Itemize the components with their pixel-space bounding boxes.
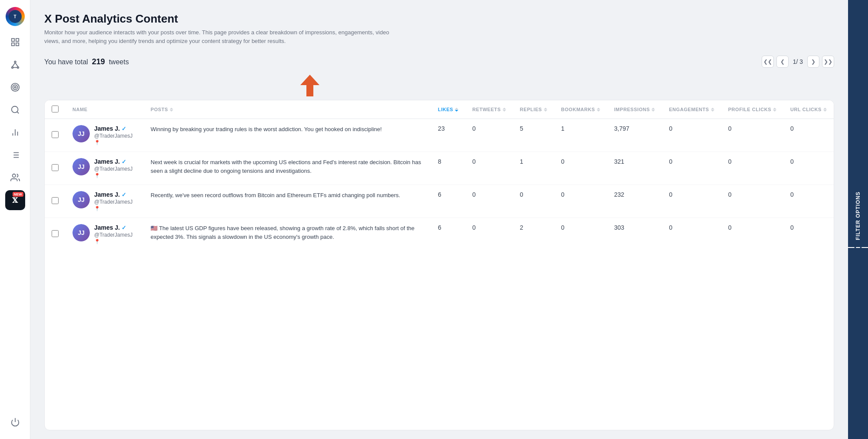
user-name-2: James J. ✓: [94, 191, 132, 198]
likes-cell-2: 6: [431, 185, 465, 218]
row-checkbox-cell[interactable]: [45, 185, 66, 218]
svg-rect-2: [11, 43, 14, 46]
profile-clicks-cell-1: 0: [721, 152, 783, 185]
sidebar-item-network[interactable]: [5, 55, 25, 75]
th-replies[interactable]: REPLIES: [513, 100, 554, 119]
svg-rect-3: [16, 43, 18, 46]
url-clicks-cell-0: 0: [783, 119, 834, 152]
row-checkbox-cell[interactable]: [45, 152, 66, 185]
pagination-last-button[interactable]: ❯❯: [822, 56, 834, 68]
url-clicks-cell-3: 0: [783, 218, 834, 251]
table-body: JJ James J. ✓ @TraderJamesJ 📍 Winning by…: [45, 119, 834, 251]
list-icon: [10, 150, 20, 160]
row-checkbox-cell[interactable]: [45, 218, 66, 251]
th-checkbox[interactable]: [45, 100, 66, 119]
th-name[interactable]: NAME: [66, 100, 144, 119]
sidebar-item-power[interactable]: [5, 412, 25, 432]
sidebar-item-target[interactable]: [5, 77, 25, 97]
sidebar-item-search[interactable]: [5, 100, 25, 120]
total-suffix: tweets: [109, 58, 129, 66]
total-row: You have total 219 tweets ❮❮ ❮ 1/ 3 ❯ ❯❯: [44, 56, 834, 68]
location-icon-1: 📍: [94, 173, 132, 178]
sidebar-item-x-post[interactable]: NEW 𝕏: [5, 190, 25, 210]
engagements-cell-3: 0: [662, 218, 721, 251]
x-icon: 𝕏: [12, 196, 17, 205]
svg-line-8: [15, 63, 18, 66]
th-impressions[interactable]: IMPRESSIONS: [607, 100, 662, 119]
retweets-cell-1: 0: [465, 152, 513, 185]
th-url-clicks[interactable]: URL CLICKS: [783, 100, 834, 119]
table-row: JJ James J. ✓ @TraderJamesJ 📍 🇺🇸 The lat…: [45, 218, 834, 251]
page-subtitle: Monitor how your audience interacts with…: [44, 28, 400, 45]
impressions-cell-2: 232: [607, 185, 662, 218]
post-text-2: Recently, we've seen record outflows fro…: [151, 192, 400, 198]
analytics-table: NAME POSTS LIKES: [45, 100, 834, 251]
th-likes[interactable]: LIKES: [431, 100, 465, 119]
impressions-sort-icon: [651, 108, 655, 112]
url-clicks-cell-2: 0: [783, 185, 834, 218]
pagination-first-button[interactable]: ❮❮: [762, 56, 774, 68]
row-checkbox-2[interactable]: [52, 197, 59, 204]
filter-icon: [848, 247, 868, 248]
th-profile-clicks[interactable]: PROFILE CLICKS: [721, 100, 783, 119]
user-avatar-0: JJ: [72, 125, 90, 142]
new-badge: NEW: [13, 192, 23, 197]
users-icon: [10, 173, 20, 182]
location-icon-0: 📍: [94, 140, 132, 145]
sidebar-bottom: [0, 412, 30, 432]
likes-sort-icon: [455, 108, 458, 112]
table-header: NAME POSTS LIKES: [45, 100, 834, 119]
row-checkbox-0[interactable]: [52, 131, 59, 138]
profile-clicks-cell-0: 0: [721, 119, 783, 152]
user-name-0: James J. ✓: [94, 125, 132, 132]
profile-clicks-sort-icon: [773, 108, 776, 112]
logo-text: T: [13, 14, 16, 19]
replies-cell-3: 2: [513, 218, 554, 251]
th-retweets[interactable]: RETWEETS: [465, 100, 513, 119]
row-checkbox-1[interactable]: [52, 164, 59, 171]
app-logo: T: [6, 7, 25, 26]
user-cell-2: JJ James J. ✓ @TraderJamesJ 📍: [66, 185, 144, 218]
sidebar-item-analytics[interactable]: [5, 122, 25, 142]
post-cell-2: Recently, we've seen record outflows fro…: [144, 185, 431, 218]
th-posts[interactable]: POSTS: [144, 100, 431, 119]
power-icon: [10, 417, 20, 427]
user-avatar-2: JJ: [72, 191, 90, 208]
sidebar-item-dashboard[interactable]: [5, 32, 25, 52]
row-checkbox-3[interactable]: [52, 230, 59, 237]
filter-label: FILTER OPTIONS: [848, 191, 868, 248]
th-bookmarks[interactable]: BOOKMARKS: [554, 100, 607, 119]
row-checkbox-cell[interactable]: [45, 119, 66, 152]
post-cell-1: Next week is crucial for markets with th…: [144, 152, 431, 185]
replies-sort-icon: [544, 108, 547, 112]
data-table-container: NAME POSTS LIKES: [44, 100, 834, 430]
profile-clicks-cell-3: 0: [721, 218, 783, 251]
arrow-indicator: [44, 75, 834, 98]
grid-icon: [10, 37, 20, 47]
bookmarks-cell-1: 0: [554, 152, 607, 185]
user-name-3: James J. ✓: [94, 224, 132, 231]
post-text-1: Next week is crucial for markets with th…: [151, 159, 421, 174]
sidebar-item-users[interactable]: [5, 168, 25, 188]
user-cell-3: JJ James J. ✓ @TraderJamesJ 📍: [66, 218, 144, 251]
th-engagements[interactable]: ENGAGEMENTS: [662, 100, 721, 119]
post-cell-0: Winning by breaking your trading rules i…: [144, 119, 431, 152]
verified-badge: ✓: [122, 125, 126, 132]
sidebar-item-list[interactable]: [5, 145, 25, 165]
replies-cell-0: 5: [513, 119, 554, 152]
page-header: X Post Analytics Content Monitor how you…: [44, 12, 834, 45]
pagination-next-button[interactable]: ❯: [807, 56, 819, 68]
filter-options-panel[interactable]: FILTER OPTIONS: [848, 0, 868, 439]
bookmarks-cell-2: 0: [554, 185, 607, 218]
verified-badge: ✓: [122, 224, 126, 231]
sidebar-top: T: [0, 7, 30, 210]
pagination-prev-button[interactable]: ❮: [776, 56, 789, 68]
svg-rect-1: [16, 39, 18, 41]
pagination: ❮❮ ❮ 1/ 3 ❯ ❯❯: [762, 56, 834, 68]
svg-point-11: [13, 85, 17, 90]
select-all-checkbox[interactable]: [52, 106, 59, 112]
table-row: JJ James J. ✓ @TraderJamesJ 📍 Recently, …: [45, 185, 834, 218]
target-icon: [10, 83, 20, 92]
search-icon: [10, 105, 20, 115]
table-row: JJ James J. ✓ @TraderJamesJ 📍 Winning by…: [45, 119, 834, 152]
